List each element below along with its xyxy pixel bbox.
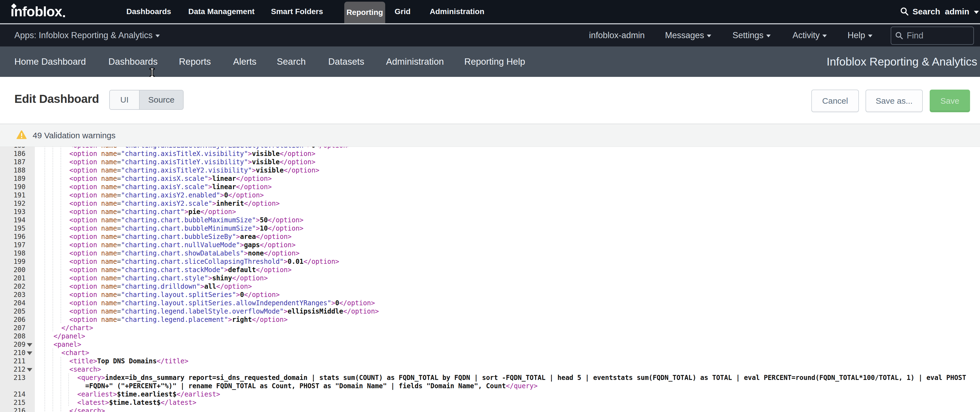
line-number: 216	[0, 407, 25, 412]
save-button[interactable]: Save	[930, 89, 970, 112]
line-number: 211	[0, 357, 25, 365]
code-line: <option name="charting.legend.labelStyle…	[38, 307, 379, 315]
line-number: 204	[0, 299, 25, 307]
user-menu[interactable]: admin	[945, 0, 969, 23]
app-nav-bar: Home DashboardDashboardsReportsAlertsSea…	[0, 46, 980, 77]
code-line: <option name="charting.drilldown">all</o…	[38, 282, 252, 291]
product-top-bar: ınfoblox DashboardsData ManagementSmart …	[0, 0, 980, 23]
app-bar-menu-settings[interactable]: Settings	[732, 24, 771, 46]
line-number: 213	[0, 374, 25, 382]
code-line: <option name="charting.chart.sliceCollap…	[38, 258, 339, 266]
code-line: <option name="charting.axisY2.scale">inh…	[38, 199, 280, 208]
top-nav-item-reporting-active[interactable]: Reporting	[344, 2, 385, 23]
code-line: <option name="charting.axisTitleY.visibi…	[38, 158, 315, 166]
line-number: 207	[0, 324, 25, 332]
app-bar-menu-activity[interactable]: Activity	[792, 24, 827, 46]
top-nav-item-grid[interactable]: Grid	[395, 0, 410, 23]
code-line: <option name="charting.axisTitleX.visibi…	[38, 150, 315, 158]
search-label: Search	[913, 7, 940, 16]
messages-caret-icon	[707, 35, 711, 37]
top-search[interactable]: Search	[900, 0, 940, 23]
nav-item-home-dashboard[interactable]: Home Dashboard	[14, 46, 86, 77]
help-caret-icon	[868, 35, 872, 37]
top-nav-item-dashboards[interactable]: Dashboards	[126, 0, 171, 23]
top-nav-item-data-management[interactable]: Data Management	[188, 0, 255, 23]
logo-text: nfoblox	[14, 3, 62, 20]
line-number: 196	[0, 232, 25, 241]
line-number: 192	[0, 199, 25, 208]
source-code-editor[interactable]: 1851861871881891901911921931941951961971…	[0, 147, 980, 412]
edit-dashboard-header: Edit Dashboard UI Source Cancel Save as.…	[0, 77, 980, 124]
page-title: Edit Dashboard	[14, 92, 99, 106]
code-line: <option name="charting.chart.bubbleMinim…	[38, 224, 303, 232]
line-number: 205	[0, 307, 25, 315]
line-number: 201	[0, 274, 25, 282]
warning-text: 49 Validation warnings	[33, 124, 116, 147]
logo-dot	[63, 15, 65, 17]
fold-arrow-icon[interactable]	[27, 343, 32, 347]
settings-caret-icon	[766, 35, 771, 37]
code-line: <option name="charting.chart.bubbleMaxim…	[38, 216, 303, 224]
apps-dropdown[interactable]: Apps: Infoblox Reporting & Analytics	[14, 24, 160, 46]
code-line: =FQDN+" ("+PERCENT+"%)" | rename FQDN_TO…	[38, 382, 538, 390]
find-placeholder: Find	[907, 31, 923, 41]
code-line: <option name="charting.axisY2.enabled">0…	[38, 191, 264, 199]
line-number: 191	[0, 191, 25, 199]
code-line: <option name="charting.axisX.scale">line…	[38, 175, 272, 183]
account-label[interactable]: infoblox-admin	[589, 24, 645, 46]
line-number: 209	[0, 340, 25, 349]
line-number: 190	[0, 183, 25, 191]
toggle-ui-button[interactable]: UI	[110, 91, 140, 109]
code-line: <option name="charting.chart.nullValueMo…	[38, 241, 296, 249]
code-line: <query>index=ib_dns_summary report=si_dn…	[38, 374, 966, 382]
cancel-button[interactable]: Cancel	[811, 89, 859, 112]
warning-icon	[16, 130, 27, 140]
fold-arrow-icon[interactable]	[27, 368, 32, 372]
line-number: 193	[0, 208, 25, 216]
toggle-source-button[interactable]: Source	[140, 91, 183, 109]
line-number: 194	[0, 216, 25, 224]
code-line: <option name="charting.layout.splitSerie…	[38, 299, 375, 307]
fold-arrow-icon[interactable]	[27, 352, 32, 355]
code-line: <option name="charting.chart.stackMode">…	[38, 266, 291, 274]
line-number: 206	[0, 315, 25, 324]
line-number: 202	[0, 282, 25, 291]
search-icon	[900, 7, 909, 16]
line-number: 187	[0, 158, 25, 166]
code-line: <option name="charting.axisLabelsX.major…	[38, 147, 351, 150]
nav-item-reporting-help[interactable]: Reporting Help	[464, 46, 525, 77]
infoblox-logo[interactable]: ınfoblox	[11, 0, 65, 23]
app-title: Infoblox Reporting & Analytics	[827, 46, 977, 77]
user-caret-icon[interactable]	[974, 11, 979, 14]
code-line: <option name="charting.chart.style">shin…	[38, 274, 268, 282]
line-number: 199	[0, 258, 25, 266]
code-line: <earliest>$time.earliest$</earliest>	[38, 390, 220, 398]
line-number: 195	[0, 224, 25, 232]
top-nav-item-administration[interactable]: Administration	[430, 0, 484, 23]
code-line: <option name="charting.layout.splitSerie…	[38, 291, 280, 299]
nav-item-search[interactable]: Search	[277, 46, 306, 77]
code-line: </search>	[38, 407, 105, 412]
code-line: <option name="charting.chart">pie</optio…	[38, 208, 236, 216]
code-line: <option name="charting.chart.showDataLab…	[38, 249, 299, 258]
line-number: 212	[0, 365, 25, 374]
app-bar-menu-help[interactable]: Help	[848, 24, 872, 46]
nav-item-reports[interactable]: Reports	[179, 46, 211, 77]
nav-item-datasets[interactable]: Datasets	[328, 46, 364, 77]
save-as-button[interactable]: Save as...	[865, 89, 923, 112]
nav-item-alerts[interactable]: Alerts	[233, 46, 256, 77]
nav-item-administration[interactable]: Administration	[386, 46, 444, 77]
top-nav-item-smart-folders[interactable]: Smart Folders	[271, 0, 323, 23]
line-number: 185	[0, 147, 25, 150]
validation-warning-bar[interactable]: 49 Validation warnings	[0, 124, 980, 147]
line-number: 197	[0, 241, 25, 249]
line-number: 189	[0, 175, 25, 183]
text-cursor	[150, 68, 155, 78]
line-number: 210	[0, 349, 25, 357]
splunk-app-bar: Apps: Infoblox Reporting & Analytics inf…	[0, 24, 980, 46]
apps-caret-icon	[155, 35, 160, 37]
app-bar-menu-messages[interactable]: Messages	[665, 24, 711, 46]
find-box[interactable]: Find	[891, 27, 974, 45]
find-icon	[895, 32, 904, 40]
editor-gutter: 1851861871881891901911921931941951961971…	[0, 147, 35, 412]
